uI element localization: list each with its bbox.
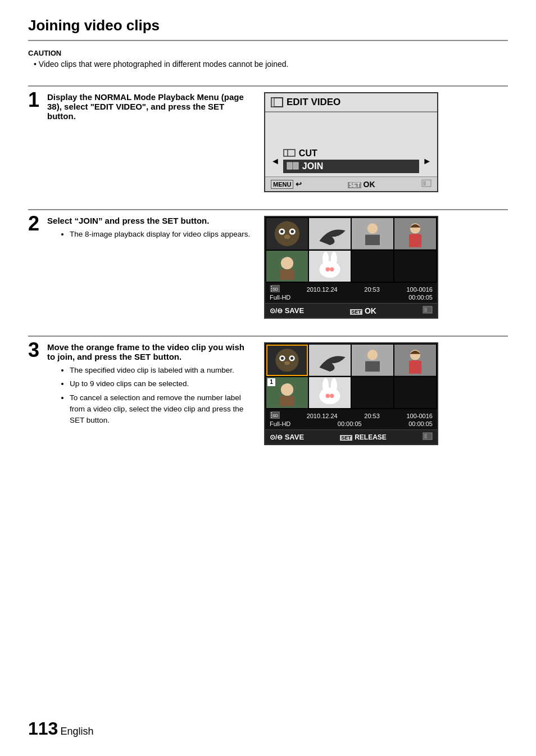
thumb-screen-2: 1 [264, 342, 438, 445]
svg-point-14 [284, 235, 290, 239]
edit-video-screen: EDIT VIDEO ◄ CUT [264, 92, 438, 192]
arrow-right-icon: ► [423, 156, 431, 166]
quality-1: Full-HD [270, 294, 290, 301]
thumb-grid-1 [265, 217, 437, 283]
duration-1: 00:00:05 [408, 294, 433, 301]
svg-text:SD: SD [272, 414, 278, 418]
svg-point-42 [281, 357, 284, 360]
thumb-cell-rabbit [309, 251, 351, 282]
release-label: RELEASE [355, 433, 387, 441]
corner-icon-2 [423, 432, 433, 442]
ev-header-icon [271, 97, 283, 107]
thumb-cell-girl [394, 218, 436, 250]
step-3-bullet-3: To cancel a selection and remove the num… [70, 392, 253, 427]
ev-footer: MENU ↩ SET OK [265, 176, 437, 191]
thumb-cell-girl-2 [394, 345, 436, 376]
step-2-bullet-1: The 8-image playback display for video c… [70, 229, 253, 240]
number-badge-1: 1 [267, 378, 275, 386]
svg-rect-48 [365, 361, 380, 372]
svg-rect-62 [271, 412, 272, 414]
step-2-header: Select “JOIN” and press the SET button. [47, 216, 253, 225]
date-1: 2010.12.24 [307, 286, 338, 293]
thumb-grid-2: 1 [265, 343, 437, 409]
svg-point-43 [290, 357, 293, 360]
svg-point-26 [322, 251, 329, 266]
step-3-body: The specified video clip is labeled with… [56, 365, 253, 426]
thumb-cell-rabbit-2 [309, 377, 351, 409]
ok-button-1[interactable]: SET OK [350, 306, 376, 315]
step-2-screen: SD 2010.12.24 20:53 100-0016 Full-HD 00:… [264, 216, 444, 319]
svg-rect-5 [293, 162, 298, 169]
time-2: 20:53 [364, 413, 380, 419]
svg-rect-2 [284, 150, 295, 156]
film-icon-1: SD [270, 285, 280, 293]
ev-body [265, 112, 437, 146]
ev-menu-label: MENU ↩ [271, 180, 302, 188]
ev-header: EDIT VIDEO [265, 93, 437, 112]
svg-rect-4 [287, 162, 292, 169]
corner-icon-1 [423, 306, 433, 315]
thumb-cell-empty2 [394, 251, 436, 282]
thumb-cell-owl-2 [266, 345, 308, 376]
save-label-1: SAVE [285, 306, 304, 315]
svg-point-57 [331, 378, 337, 392]
step-1-screen: EDIT VIDEO ◄ CUT [264, 92, 444, 192]
svg-point-17 [367, 223, 378, 234]
thumb-cell-person [352, 218, 393, 250]
svg-point-28 [326, 267, 330, 271]
svg-rect-64 [271, 417, 272, 418]
thumb-cell-bird-2 [309, 345, 351, 376]
svg-rect-23 [280, 269, 294, 280]
page-number: 113 [28, 718, 58, 739]
menu-icon-symbol: ↩ [296, 180, 302, 188]
ev-cut-row: CUT [283, 148, 419, 159]
step-1-left: 1 Display the NORMAL Mode Playback Menu … [28, 92, 264, 124]
ok-label-1: OK [365, 306, 376, 315]
step-3-section: 3 Move the orange frame to the video cli… [28, 336, 508, 445]
menu-box: MENU [271, 180, 293, 189]
save-button-2[interactable]: ⊙/⊖ SAVE [270, 433, 304, 441]
step-1-number: 1 [28, 90, 39, 110]
film-icon-2: SD [270, 411, 280, 420]
step-3-bullet-2: Up to 9 video clips can be selected. [70, 378, 253, 390]
time-1: 20:53 [364, 286, 380, 293]
set-label-ev: SET [348, 182, 361, 188]
thumb-screen-1: SD 2010.12.24 20:53 100-0016 Full-HD 00:… [264, 216, 438, 319]
fileid-1: 100-0016 [406, 286, 433, 293]
thumb-cell-empty3 [352, 377, 393, 409]
svg-point-59 [330, 393, 334, 397]
thumb-cell-owl [266, 218, 308, 250]
step-2-body: The 8-image playback display for video c… [56, 229, 253, 240]
svg-point-39 [275, 348, 298, 372]
svg-rect-34 [271, 290, 272, 292]
svg-point-13 [290, 230, 294, 233]
svg-point-22 [281, 257, 293, 269]
caution-text: Video clips that were photographed in di… [34, 60, 508, 69]
save-button-1[interactable]: ⊙/⊖ SAVE [270, 306, 304, 315]
set-label-1: SET [350, 309, 362, 315]
step-1-section: 1 Display the NORMAL Mode Playback Menu … [28, 85, 508, 192]
thumb-cell-drawing-numbered: 1 [266, 377, 308, 409]
thumb-cell-empty4 [394, 377, 436, 409]
step-3-header: Move the orange frame to the video clip … [47, 342, 253, 361]
duration2-1: 00:00:05 [338, 420, 362, 427]
svg-point-47 [367, 350, 378, 360]
svg-point-58 [326, 393, 330, 397]
ev-menu-row: ◄ CUT [265, 146, 437, 176]
svg-rect-37 [424, 307, 427, 312]
svg-point-56 [322, 378, 329, 392]
join-label: JOIN [302, 161, 323, 171]
ev-set-ok: SET OK [348, 180, 375, 189]
svg-rect-67 [424, 434, 427, 438]
svg-rect-33 [271, 288, 272, 289]
svg-rect-63 [271, 414, 272, 416]
step-3-number: 3 [28, 340, 39, 360]
fileid-2: 100-0016 [406, 413, 433, 419]
release-button[interactable]: SET RELEASE [340, 433, 387, 441]
svg-text:SD: SD [272, 287, 278, 291]
svg-rect-7 [423, 181, 426, 185]
step-2-left: 2 Select “JOIN” and press the SET button… [28, 216, 264, 242]
svg-rect-53 [280, 396, 294, 406]
thumb-cell-empty1 [352, 251, 393, 282]
svg-rect-18 [365, 235, 380, 246]
